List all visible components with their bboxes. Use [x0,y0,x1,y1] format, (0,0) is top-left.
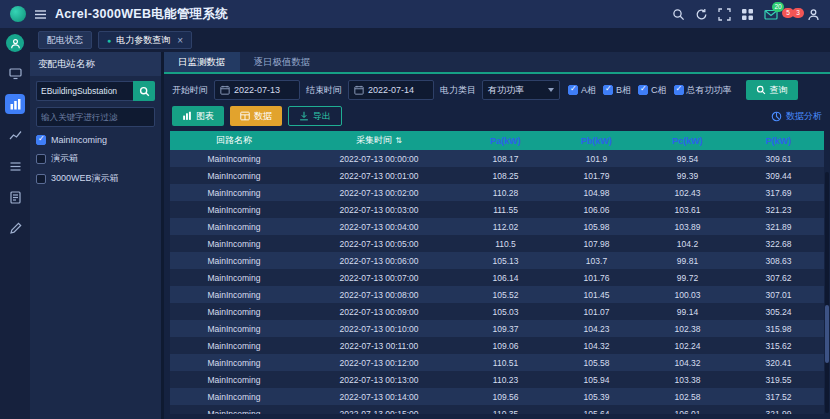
tree-filter-input[interactable] [36,107,155,127]
top-header: Acrel-3000WEB电能管理系统 20 5 [0,0,830,28]
table-cell: 2022-07-13 00:07:00 [298,273,460,283]
tab-distribution-status[interactable]: 配电状态 [38,31,92,49]
table-cell: 100.03 [642,290,733,300]
close-icon[interactable]: × [177,35,183,46]
table-row[interactable]: MainIncoming2022-07-13 00:14:00109.56105… [170,388,824,405]
data-view-button[interactable]: 数据 [230,106,282,126]
tree-item-label: 演示箱 [51,152,78,165]
sidebar-item-list[interactable] [5,156,25,176]
scrollbar-track[interactable] [825,172,829,413]
table-row[interactable]: MainIncoming2022-07-13 00:11:00109.06104… [170,337,824,354]
phase-a-checkbox[interactable]: A相 [568,84,596,97]
table-cell: MainIncoming [170,324,298,334]
table-cell: 321.99 [733,409,824,415]
app-title: Acrel-3000WEB电能管理系统 [55,6,228,23]
table-cell: 317.69 [733,188,824,198]
table-cell: 309.44 [733,171,824,181]
station-search-button[interactable] [133,81,155,101]
table-cell: 110.28 [460,188,551,198]
end-date-input[interactable]: 2022-07-14 [348,80,434,100]
table-body: MainIncoming2022-07-13 00:00:00108.17101… [170,150,824,414]
table-cell: 104.23 [551,324,642,334]
sort-icon[interactable]: ⇅ [395,136,402,145]
checkbox-icon[interactable] [603,85,613,95]
power-category-select[interactable]: 有功功率 [482,80,560,100]
column-header-pb: Pb(kW) [551,136,642,146]
chart-view-button[interactable]: 图表 [172,106,224,126]
checkbox-icon[interactable] [36,135,46,145]
tab-daily-extreme-data[interactable]: 逐日极值数据 [240,52,325,72]
export-button[interactable]: 导出 [288,106,342,126]
table-cell: 102.24 [642,341,733,351]
tree-item-main-incoming[interactable]: MainIncoming [36,135,155,145]
tab-power-parameter-query[interactable]: ● 电力参数查询 × [98,31,192,49]
table-row[interactable]: MainIncoming2022-07-13 00:09:00105.03101… [170,303,824,320]
table-row[interactable]: MainIncoming2022-07-13 00:05:00110.5107.… [170,235,824,252]
checkbox-icon[interactable] [36,174,46,184]
table-cell: 110.23 [460,375,551,385]
table-row[interactable]: MainIncoming2022-07-13 00:08:00105.52101… [170,286,824,303]
table-row[interactable]: MainIncoming2022-07-13 00:12:00110.51105… [170,354,824,371]
search-icon[interactable] [672,8,685,21]
station-search-input[interactable] [36,81,133,101]
message-icon[interactable]: 20 [764,8,777,21]
phase-checkbox-group: A相 B相 C相 总有 [568,84,732,97]
tree-item-demo-box[interactable]: 演示箱 [36,152,155,165]
table-row[interactable]: MainIncoming2022-07-13 00:04:00112.02105… [170,218,824,235]
table-row[interactable]: MainIncoming2022-07-13 00:07:00106.14101… [170,269,824,286]
table-cell: 101.45 [551,290,642,300]
hamburger-menu-icon[interactable] [34,8,47,21]
apps-grid-icon[interactable] [741,8,754,21]
table-cell: 105.39 [551,392,642,402]
sidebar-item-document[interactable] [5,187,25,207]
table-cell: 107.98 [551,239,642,249]
tab-daily-monitor-data[interactable]: 日监测数据 [164,52,240,72]
content-tab-strip: 日监测数据 逐日极值数据 [164,52,830,74]
sidebar-item-trend[interactable] [5,125,25,145]
power-category-label: 电力类目 [440,84,476,97]
checkbox-icon[interactable] [36,154,46,164]
checkbox-icon[interactable] [674,85,684,95]
column-header-time[interactable]: 采集时间 ⇅ [298,134,460,147]
start-date-input[interactable]: 2022-07-13 [214,80,300,100]
start-time-label: 开始时间 [172,84,208,97]
table-row[interactable]: MainIncoming2022-07-13 00:15:00110.35105… [170,405,824,414]
table-row[interactable]: MainIncoming2022-07-13 00:10:00109.37104… [170,320,824,337]
sidebar-item-monitor[interactable] [5,63,25,83]
calendar-icon [220,85,230,95]
phase-c-checkbox[interactable]: C相 [638,84,667,97]
table-cell: 108.17 [460,154,551,164]
table-row[interactable]: MainIncoming2022-07-13 00:02:00110.28104… [170,184,824,201]
avatar[interactable] [6,34,24,52]
table-cell: 101.76 [551,273,642,283]
query-button[interactable]: 查询 [746,80,798,100]
table-cell: 105.58 [551,358,642,368]
data-analysis-link[interactable]: 数据分析 [771,110,822,123]
fullscreen-icon[interactable] [718,8,731,21]
table-cell: 108.25 [460,171,551,181]
total-active-power-checkbox[interactable]: 总有功功率 [674,84,732,97]
checkbox-icon[interactable] [638,85,648,95]
table-cell: 105.13 [460,256,551,266]
table-cell: 110.35 [460,409,551,415]
table-cell: 2022-07-13 00:10:00 [298,324,460,334]
phase-b-checkbox[interactable]: B相 [603,84,631,97]
scrollbar-thumb[interactable] [825,305,829,363]
table-row[interactable]: MainIncoming2022-07-13 00:03:00111.55106… [170,201,824,218]
table-row[interactable]: MainIncoming2022-07-13 00:06:00105.13103… [170,252,824,269]
table-cell: 2022-07-13 00:14:00 [298,392,460,402]
table-cell: 2022-07-13 00:12:00 [298,358,460,368]
table-row[interactable]: MainIncoming2022-07-13 00:01:00108.25101… [170,167,824,184]
table-row[interactable]: MainIncoming2022-07-13 00:00:00108.17101… [170,150,824,167]
end-date-value: 2022-07-14 [368,85,414,95]
checkbox-icon[interactable] [568,85,578,95]
tree-item-3000web-demo-box[interactable]: 3000WEB演示箱 [36,172,155,185]
table-row[interactable]: MainIncoming2022-07-13 00:13:00110.23105… [170,371,824,388]
tree-item-label: MainIncoming [51,135,107,145]
user-icon[interactable] [807,8,820,21]
table-cell: 309.61 [733,154,824,164]
refresh-icon[interactable] [695,8,708,21]
chart-button-label: 图表 [196,110,214,123]
sidebar-item-edit[interactable] [5,218,25,238]
sidebar-item-reports[interactable] [5,94,25,114]
